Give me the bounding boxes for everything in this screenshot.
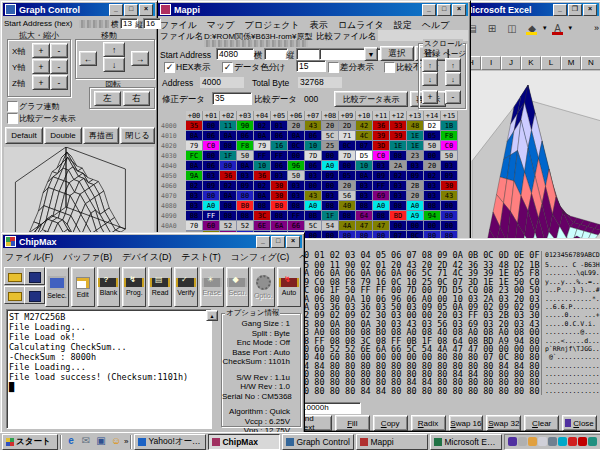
tray-icon-5[interactable] <box>548 437 557 446</box>
mail-icon[interactable]: ✉ <box>79 435 93 448</box>
grid-cell[interactable]: 08 <box>339 211 356 221</box>
chipmax-menu-item-5[interactable]: ヘルプ(H) <box>299 251 304 264</box>
grid-cell[interactable]: A9 <box>407 211 424 221</box>
prog-button[interactable]: ↯Prog. <box>122 267 146 307</box>
taskbar-task-graphcontrol[interactable]: Graph Control <box>282 434 354 450</box>
read-button[interactable]: ▤Read <box>148 267 172 307</box>
scroll-plus-button[interactable]: + <box>422 90 438 104</box>
grid-cell[interactable]: 0A <box>254 131 271 141</box>
grid-cell[interactable]: 2B <box>407 181 424 191</box>
grid-cell[interactable]: 1E <box>407 141 424 151</box>
verify-button[interactable]: ✓Verify <box>174 267 198 307</box>
grid-cell[interactable]: 0A <box>356 171 373 181</box>
grid-cell[interactable]: 20 <box>322 121 339 131</box>
grid-cell[interactable]: 08 <box>220 141 237 151</box>
scroll-minus-button[interactable]: - <box>445 90 461 104</box>
grid-cell[interactable]: 1E <box>407 131 424 141</box>
column-header-m[interactable]: M <box>561 56 581 70</box>
tray-icon-3[interactable] <box>528 437 537 446</box>
close-button[interactable]: 閉じる <box>120 127 155 144</box>
default-button[interactable]: Default <box>5 127 43 144</box>
grid-cell[interactable]: 03 <box>373 161 390 171</box>
taskbar-task-chipmax[interactable]: ChipMax <box>208 434 280 450</box>
column-header-i[interactable]: I <box>481 56 501 70</box>
rotate-left-button[interactable]: 左 <box>94 91 121 106</box>
grid-cell[interactable]: 03 <box>288 191 305 201</box>
grid-cell[interactable]: 02 <box>424 171 441 181</box>
grid-cell[interactable]: 08 <box>220 201 237 211</box>
grid-cell[interactable]: 16 <box>271 141 288 151</box>
grid-cell[interactable]: BD <box>390 211 407 221</box>
column-header-l[interactable]: L <box>541 56 561 70</box>
grid-cell[interactable]: 23 <box>407 151 424 161</box>
hex-row[interactable]: 0A 06 80 0A 10 06 96 06 A0 00 10 03 2A 0… <box>299 295 541 303</box>
dropdown-arrow-icon[interactable]: ▾ <box>569 24 573 32</box>
grid-cell[interactable]: 06 <box>271 161 288 171</box>
x-axis-minus-button[interactable]: - <box>50 43 68 58</box>
dropdown-arrow-icon[interactable]: ▾ <box>543 24 547 32</box>
mismatch-checkbox[interactable] <box>384 62 395 73</box>
grid-cell[interactable]: 80 <box>203 191 220 201</box>
y-axis-plus-button[interactable]: + <box>32 59 50 74</box>
close-icon[interactable]: × <box>286 236 300 248</box>
rotate-right-button[interactable]: 右 <box>123 91 150 106</box>
grid-cell[interactable]: 03 <box>288 181 305 191</box>
double-button[interactable]: Double <box>44 127 82 144</box>
grid-cell[interactable]: 1E <box>390 141 407 151</box>
grid-cell[interactable]: 08 <box>390 201 407 211</box>
grid-cell[interactable]: 52 <box>220 221 237 231</box>
hex-row[interactable]: 80 80 80 80 80 80 80 84 84 80 80 80 80 8… <box>299 378 541 386</box>
move-left-button[interactable]: ← <box>79 51 97 66</box>
grid-cell[interactable]: 08 <box>220 211 237 221</box>
grid-cell[interactable]: 64 <box>356 211 373 221</box>
grid-cell[interactable]: 08 <box>424 201 441 211</box>
grid-cell[interactable]: 11 <box>220 121 237 131</box>
grid-cell[interactable]: 00 <box>203 121 220 131</box>
maximize-button[interactable]: □ <box>437 4 451 16</box>
close-icon[interactable]: × <box>139 4 153 16</box>
scroll-row-up-button[interactable]: ↑ <box>422 58 438 72</box>
grid-cell[interactable]: 05 <box>424 131 441 141</box>
grid-cell[interactable]: 00 <box>322 181 339 191</box>
grid-cell[interactable]: 03 <box>305 171 322 181</box>
grid-cell[interactable]: 0A <box>220 191 237 201</box>
grid-cell[interactable]: 03 <box>186 201 203 211</box>
tray-icon-7[interactable] <box>568 437 577 446</box>
grid-cell[interactable]: 02 <box>186 181 203 191</box>
grid-cell[interactable]: 4C <box>356 131 373 141</box>
taskbar-task-mappi[interactable]: Mappi <box>356 434 428 450</box>
grid-cell[interactable]: 4A <box>339 221 356 231</box>
cell-style-icon[interactable]: ◫ <box>503 20 521 37</box>
hex-row[interactable]: 02 09 02 09 02 30 03 00 00 20 03 FF 03 2… <box>299 311 541 319</box>
hex-row[interactable]: 35 00 11 90 02 01 20 43 20 2D 42 36 33 4… <box>299 261 541 269</box>
grid-cell[interactable]: 02 <box>254 121 271 131</box>
open-buffer-button[interactable] <box>4 286 25 304</box>
grid-cell[interactable]: 08 <box>356 201 373 211</box>
grid-cell[interactable]: C0 <box>441 141 458 151</box>
grid-cell[interactable]: 03 <box>186 191 203 201</box>
grid-cell[interactable]: 42 <box>356 121 373 131</box>
grid-cell[interactable]: 9A <box>186 171 203 181</box>
grid-cell[interactable]: 08 <box>254 201 271 211</box>
grid-cell[interactable]: 03 <box>424 181 441 191</box>
grid-cell[interactable]: 47 <box>356 221 373 231</box>
scroll-page-down-button[interactable]: ↓ <box>445 72 461 86</box>
grid-cell[interactable]: 03 <box>322 191 339 201</box>
tray-icon-6[interactable] <box>558 437 567 446</box>
grid-cell[interactable]: 2A <box>390 161 407 171</box>
grid-cell[interactable]: 47 <box>373 221 390 231</box>
auto-button[interactable]: ↯Auto <box>277 267 301 307</box>
grid-cell[interactable]: 48 <box>407 121 424 131</box>
grid-cell[interactable]: 06 <box>237 131 254 141</box>
grid-cell[interactable]: 80 <box>237 191 254 201</box>
grid-cell[interactable]: B0 <box>237 201 254 211</box>
grid-cell[interactable]: 05 <box>339 171 356 181</box>
grid-cell[interactable]: 54 <box>322 221 339 231</box>
hex-row[interactable]: FC 00 1F 50 FF FF 00 7D 00 7D D5 C0 08 2… <box>299 286 541 294</box>
redraw-button[interactable]: 再描画 <box>83 127 119 144</box>
grid-cell[interactable]: FF <box>373 181 390 191</box>
minimize-button[interactable]: _ <box>553 4 567 16</box>
grid-cell[interactable]: 08 <box>288 201 305 211</box>
diff-checkbox[interactable] <box>328 62 339 73</box>
grid-cell[interactable]: 20 <box>339 181 356 191</box>
